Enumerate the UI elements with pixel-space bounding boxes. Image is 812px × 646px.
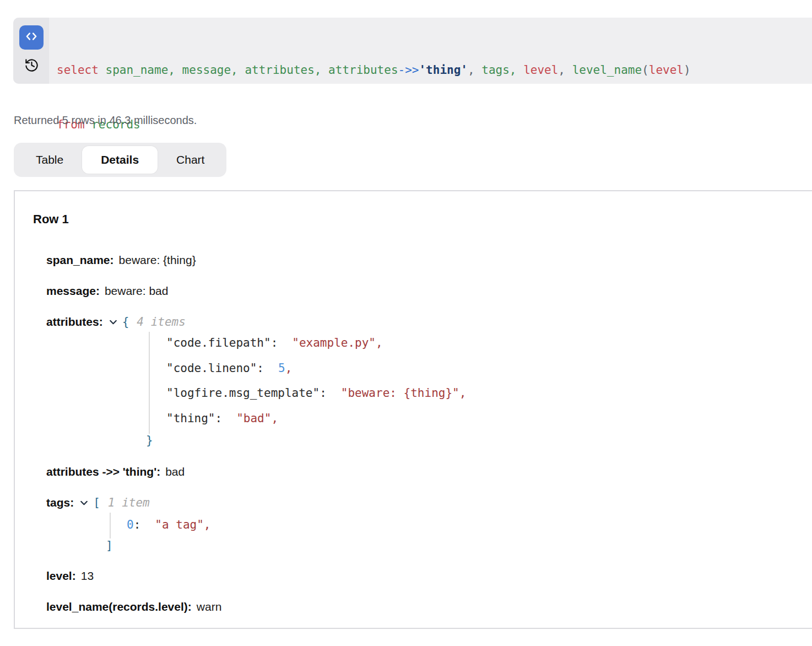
- chevron-down-icon[interactable]: [79, 498, 89, 508]
- field-level-name: level_name(records.level): warn: [46, 599, 221, 615]
- sql-editor-gutter: [13, 18, 49, 84]
- field-label: message:: [46, 283, 100, 299]
- history-icon: [24, 58, 39, 75]
- field-span-name: span_name: beware: {thing}: [46, 252, 196, 268]
- sql-editor[interactable]: select span_name, message, attributes, a…: [13, 18, 812, 84]
- query-status-text: Returned 5 rows in 46.3 milliseconds.: [14, 114, 197, 127]
- code-button[interactable]: [19, 25, 44, 50]
- field-attributes-thing: attributes ->> 'thing': bad: [46, 464, 185, 480]
- field-label: level:: [46, 568, 76, 584]
- sql-query-text[interactable]: select span_name, message, attributes, a…: [49, 18, 691, 84]
- query-results-page: select span_name, message, attributes, a…: [0, 0, 812, 646]
- json-entry: "code.lineno":5,: [166, 356, 466, 381]
- details-panel: Row 1 span_name: beware: {thing} message…: [14, 190, 812, 629]
- json-entry: "code.filepath":"example.py",: [166, 331, 466, 356]
- field-label: span_name:: [46, 252, 114, 268]
- field-tags: tags: [ 1 item: [46, 495, 150, 510]
- row-title: Row 1: [33, 212, 69, 227]
- field-value: beware: bad: [105, 283, 169, 299]
- field-label: attributes ->> 'thing':: [46, 464, 160, 480]
- code-icon: [24, 29, 39, 46]
- json-entry: "thing":"bad",: [166, 406, 466, 432]
- json-item-count: 1 item: [108, 495, 150, 510]
- field-label: attributes:: [46, 314, 103, 330]
- attributes-json-entries: "code.filepath":"example.py", "code.line…: [166, 331, 466, 431]
- chevron-down-icon[interactable]: [109, 317, 118, 327]
- json-item-count: 4 items: [137, 314, 186, 330]
- json-open-brace: {: [122, 314, 129, 330]
- results-view-tabs: Table Details Chart: [14, 143, 226, 177]
- field-level: level: 13: [46, 568, 94, 584]
- tab-chart[interactable]: Chart: [158, 146, 223, 174]
- tags-json-entries: 0:"a tag",: [127, 513, 210, 538]
- tab-table[interactable]: Table: [17, 146, 82, 174]
- json-open-bracket: [: [93, 495, 100, 510]
- indent-guide: [110, 513, 111, 539]
- json-close-brace: }: [146, 433, 153, 448]
- field-value: beware: {thing}: [119, 252, 196, 268]
- field-message: message: beware: bad: [46, 283, 168, 299]
- field-value: bad: [165, 464, 185, 480]
- json-entry: "logfire.msg_template":"beware: {thing}"…: [166, 381, 466, 406]
- field-label: tags:: [46, 495, 74, 510]
- history-button[interactable]: [24, 58, 39, 74]
- indent-guide: [149, 332, 150, 434]
- field-label: level_name(records.level):: [46, 599, 192, 615]
- field-value: warn: [197, 599, 222, 615]
- json-close-bracket: ]: [106, 538, 113, 553]
- json-entry: 0:"a tag",: [127, 513, 210, 538]
- field-attributes: attributes: { 4 items: [46, 314, 186, 330]
- field-value: 13: [81, 568, 94, 584]
- tab-details[interactable]: Details: [82, 146, 158, 174]
- sql-line-1: select span_name, message, attributes, a…: [57, 61, 691, 79]
